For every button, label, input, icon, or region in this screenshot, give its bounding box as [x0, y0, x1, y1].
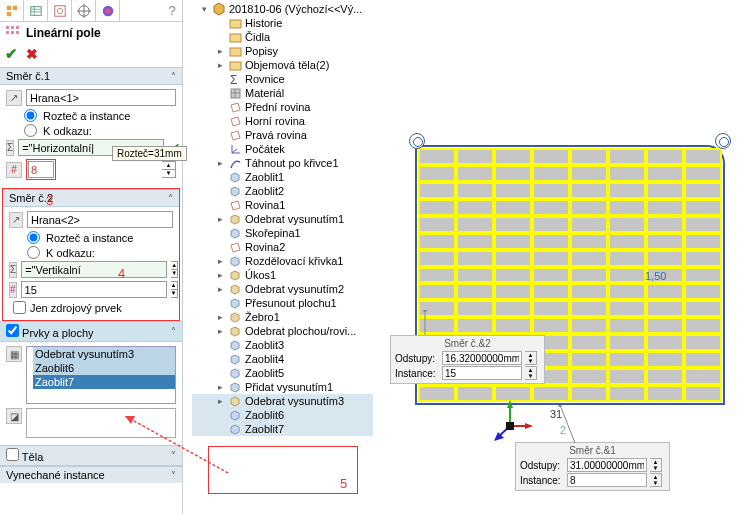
direction2-edge-input[interactable]	[27, 211, 173, 228]
expand-icon[interactable]: ▸	[216, 284, 225, 294]
tree-item[interactable]: Čidla	[192, 30, 373, 44]
features-listbox[interactable]: Odebrat vysunutím3 Zaoblit6 Zaoblit7	[26, 346, 176, 404]
pattern-instance	[685, 166, 721, 181]
direction-icon[interactable]: ↗	[6, 90, 22, 106]
callout2-spacing-input[interactable]	[442, 351, 522, 365]
tree-item[interactable]: ▸Úkos1	[192, 268, 373, 282]
section-direction2[interactable]: Směr č.2 ˄	[3, 189, 179, 207]
tree-item[interactable]: ▸Táhnout po křivce1	[192, 156, 373, 170]
expand-icon[interactable]: ▸	[216, 396, 225, 406]
expand-icon[interactable]: ▸	[216, 270, 225, 280]
tree-item[interactable]: ▸Žebro1	[192, 310, 373, 324]
feature-icon	[228, 44, 242, 58]
tree-item[interactable]: Zaoblit3	[192, 338, 373, 352]
dir2-count-input[interactable]	[21, 281, 167, 298]
tree-item[interactable]: Přední rovina	[192, 100, 373, 114]
tree-item[interactable]: ▸Rozdělovací křivka1	[192, 254, 373, 268]
expand-icon[interactable]: ▸	[216, 312, 225, 322]
tree-item[interactable]: Přesunout plochu1	[192, 296, 373, 310]
tab-display[interactable]	[24, 0, 48, 21]
dir1-count-spinner[interactable]: ▲▼	[162, 161, 176, 178]
section-features[interactable]: Prvky a plochy ˄	[0, 321, 182, 342]
dir2-count-spinner[interactable]: ▲▼	[171, 281, 178, 298]
dir1-radio-ref[interactable]: K odkazu:	[24, 124, 176, 137]
tree-item[interactable]: ▸Odebrat vysunutím3	[192, 394, 373, 408]
count-icon[interactable]: #	[9, 282, 17, 298]
graphics-viewport[interactable]: 1,50 31 2 Směr č.&2 Odstupy:▲▼ Instance:…	[375, 0, 750, 514]
list-item[interactable]: Odebrat vysunutím3	[33, 347, 175, 361]
feature-icon	[228, 240, 242, 254]
dir2-radio-ref[interactable]: K odkazu:	[27, 246, 173, 259]
expand-icon[interactable]: ▸	[216, 158, 225, 168]
tree-item[interactable]: Rovina1	[192, 198, 373, 212]
dir2-spacing-spinner[interactable]: ▲▼	[171, 261, 178, 278]
tree-item[interactable]: Zaoblit2	[192, 184, 373, 198]
tab-appearance[interactable]	[96, 0, 120, 21]
expand-icon[interactable]: ▸	[216, 326, 225, 336]
tree-item[interactable]: Zaoblit1	[192, 170, 373, 184]
expand-icon[interactable]: ▸	[216, 46, 225, 56]
help-icon[interactable]: ?	[162, 0, 182, 21]
direction1-edge-input[interactable]	[26, 89, 176, 106]
dir2-spacing-input[interactable]	[21, 261, 167, 278]
pattern-instance	[571, 369, 607, 384]
section-direction1[interactable]: Směr č.1 ˄	[0, 67, 182, 85]
dir1-radio-spacing[interactable]: Rozteč a instance	[24, 109, 176, 122]
tree-item[interactable]: ▸Objemová těla(2)	[192, 58, 373, 72]
expand-icon[interactable]: ▸	[216, 214, 225, 224]
faces-icon[interactable]: ◪	[6, 408, 22, 424]
dir2-radio-spacing[interactable]: Rozteč a instance	[27, 231, 173, 244]
callout1-spacing-input[interactable]	[567, 458, 647, 472]
count-icon[interactable]: #	[6, 162, 22, 178]
direction-icon[interactable]: ↗	[9, 212, 23, 228]
equation-icon[interactable]: Σ	[6, 140, 14, 156]
expand-icon[interactable]: ▸	[216, 256, 225, 266]
spinner[interactable]: ▲▼	[525, 366, 537, 380]
expand-icon[interactable]: ▸	[216, 60, 225, 70]
tree-item[interactable]: ▸Popisy	[192, 44, 373, 58]
pattern-instance	[571, 284, 607, 299]
tree-item[interactable]: Zaoblit5	[192, 366, 373, 380]
pattern-instance	[647, 335, 683, 350]
tab-features[interactable]	[0, 0, 24, 21]
bodies-checkbox[interactable]	[6, 448, 19, 461]
pattern-instance	[533, 217, 569, 232]
spinner[interactable]: ▲▼	[650, 458, 662, 472]
pattern-instance	[533, 318, 569, 333]
tree-item[interactable]: Zaoblit4	[192, 352, 373, 366]
svg-line-41	[125, 416, 230, 474]
tree-item[interactable]: Historie	[192, 16, 373, 30]
tree-item[interactable]: Počátek	[192, 142, 373, 156]
tree-item[interactable]: ▸Přidat vysunutím1	[192, 380, 373, 394]
tree-item[interactable]: Horní rovina	[192, 114, 373, 128]
spinner[interactable]: ▲▼	[650, 473, 662, 487]
features-checkbox[interactable]	[6, 324, 19, 337]
tab-target[interactable]	[72, 0, 96, 21]
tree-root-item[interactable]: ▾ 201810-06 (Výchozí<<Vý...	[192, 2, 373, 16]
tree-item[interactable]: Rovina2	[192, 240, 373, 254]
equation-icon[interactable]: Σ	[9, 262, 17, 278]
callout2-instance-input[interactable]	[442, 366, 522, 380]
tree-item[interactable]: ▸Odebrat vysunutím2	[192, 282, 373, 296]
tab-sketch[interactable]	[48, 0, 72, 21]
feature-icon	[228, 114, 242, 128]
cancel-button[interactable]: ✖	[26, 46, 38, 62]
expand-icon[interactable]: ▸	[216, 382, 225, 392]
collapse-icon[interactable]: ▾	[200, 4, 209, 14]
callout1-instance-input[interactable]	[567, 473, 647, 487]
list-item[interactable]: Zaoblit7	[33, 375, 175, 389]
pattern-instance	[419, 183, 455, 198]
ok-button[interactable]: ✔	[5, 45, 18, 63]
dir1-count-input[interactable]	[28, 161, 54, 178]
tree-item[interactable]: ▸Odebrat vysunutím1	[192, 212, 373, 226]
features-icon[interactable]: ▦	[6, 346, 22, 362]
section-direction1-label: Směr č.1	[6, 70, 50, 82]
dir2-seed-only[interactable]: Jen zdrojový prvek	[13, 301, 173, 314]
list-item[interactable]: Zaoblit6	[33, 361, 175, 375]
spinner[interactable]: ▲▼	[525, 351, 537, 365]
tree-item[interactable]: Skořepina1	[192, 226, 373, 240]
tree-item[interactable]: Pravá rovina	[192, 128, 373, 142]
tree-item[interactable]: ▸Odebrat plochou/rovi...	[192, 324, 373, 338]
tree-item[interactable]: ΣRovnice	[192, 72, 373, 86]
tree-item[interactable]: Materiál	[192, 86, 373, 100]
